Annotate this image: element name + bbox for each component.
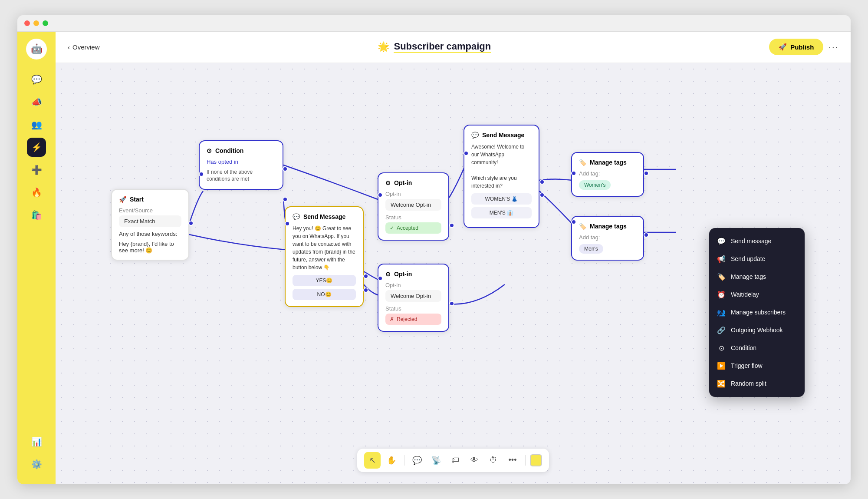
sidebar-item-chat[interactable]: 💬 [27,70,46,89]
minimize-button[interactable] [33,20,39,26]
manage-tags-bottom-node[interactable]: 🏷️ Manage tags Add tag: Men's [571,216,644,261]
more-options-button[interactable]: ··· [829,42,838,52]
add-tag-bot-label: Add tag: [579,234,636,241]
logo-icon: 🤖 [31,43,43,55]
ctx-send-message[interactable]: 💬 Send message [709,232,805,250]
sidebar-item-analytics[interactable]: 📊 [27,432,46,451]
optin-top-label: Opt-in [385,191,441,197]
manage-tags-bot-header: 🏷️ Manage tags [579,223,636,230]
close-button[interactable] [24,20,30,26]
ctx-manage-subscribers[interactable]: 👥 Manage subscribers [709,304,805,321]
mens-tag: Men's [579,244,603,254]
optin-bottom-node[interactable]: ⊙ Opt-in Opt-in Welcome Opt-in Status ✗ … [378,264,449,332]
maximize-button[interactable] [43,20,48,26]
start-node-header: 🚀 Start [119,196,181,203]
message-top-icon: 💬 [471,132,479,139]
rocket-icon: 🚀 [119,196,126,203]
status-rejected-badge: ✗ Rejected [385,314,441,325]
optin-top-node[interactable]: ⊙ Opt-in Opt-in Welcome Opt-in Status ✓ … [378,172,449,241]
settings-icon: ⚙️ [31,459,42,469]
flow-canvas[interactable]: 🚀 Start Event/Source Exact Match Any of … [56,63,851,484]
dot-condition-in [199,172,204,177]
titlebar [17,15,851,32]
send-msg-mid-text: Hey you! 😊 Great to see you on WhatsApp.… [293,225,356,271]
optin-bottom-label: Opt-in [385,282,441,288]
start-node[interactable]: 🚀 Start Event/Source Exact Match Any of … [111,189,189,261]
ctx-wait-delay-icon: ⏰ [717,291,726,299]
publish-button[interactable]: 🚀 Publish [769,39,823,55]
view-tool-button[interactable]: 👁 [466,452,483,469]
optin-bottom-icon: ⊙ [385,271,391,278]
yes-btn[interactable]: YES😊 [293,275,356,286]
color-picker[interactable] [530,454,542,466]
send-msg-top-header: 💬 Send Message [471,132,532,139]
dot-manage-top-in [571,171,576,176]
select-tool-button[interactable]: ↖ [364,452,381,469]
view-icon: 👁 [470,456,478,465]
ctx-send-message-icon: 💬 [717,237,726,245]
context-menu: 💬 Send message 📢 Send update 🏷️ Manage t… [709,228,805,397]
app-body: 🤖 💬 📣 👥 ⚡ ➕ 🔥 🛍️ [17,32,851,484]
tag-icon: 🏷 [451,456,459,465]
dot-sendmsgtop-out1 [539,179,545,185]
tag-tool-button[interactable]: 🏷 [447,452,464,469]
dot-manage-top-out [644,171,649,176]
rejected-icon: ✗ [390,316,394,322]
dot-sendmsgmid-no [363,288,368,293]
back-button[interactable]: ‹ Overview [68,43,100,51]
condition-node[interactable]: ⊙ Condition Has opted in If none of the … [199,140,283,190]
manage-tags-top-icon: 🏷️ [579,159,586,166]
accepted-icon: ✓ [390,225,394,231]
traffic-lights [24,20,48,26]
sidebar-item-contacts[interactable]: 👥 [27,115,46,134]
status-bottom-label: Status [385,305,441,312]
manage-tags-top-node[interactable]: 🏷️ Manage tags Add tag: Women's [571,152,644,197]
megaphone-icon: 📣 [31,97,42,107]
toolbar-divider-1 [404,455,404,466]
ctx-trigger-flow[interactable]: ▶️ Trigger flow [709,357,805,375]
comment-icon: 💬 [412,456,422,465]
send-message-mid-node[interactable]: 💬 Send Message Hey you! 😊 Great to see y… [285,206,364,307]
lightning-icon: 🔥 [31,187,42,198]
sidebar-item-shop[interactable]: 🛍️ [27,205,46,225]
broadcast-tool-button[interactable]: 📡 [428,452,444,469]
sidebar-item-add[interactable]: ➕ [27,160,46,179]
comment-tool-button[interactable]: 💬 [409,452,425,469]
ctx-random-split[interactable]: 🔀 Random split [709,375,805,393]
select-icon: ↖ [369,456,376,465]
dot-start-out [188,221,194,226]
hand-tool-button[interactable]: ✋ [383,452,400,469]
mens-btn[interactable]: MEN'S 👔 [471,207,532,218]
ctx-manage-tags[interactable]: 🏷️ Manage tags [709,268,805,286]
sidebar-logo[interactable]: 🤖 [26,39,47,59]
more-tools-icon: ••• [509,456,517,465]
analytics-icon: 📊 [31,436,42,447]
automation-icon: ⚡ [31,142,42,152]
sidebar-item-settings[interactable]: ⚙️ [27,455,46,474]
optin-top-header: ⊙ Opt-in [385,179,441,186]
timer-icon: ⏱ [490,456,497,465]
ctx-wait-delay[interactable]: ⏰ Wait/delay [709,286,805,304]
sidebar: 🤖 💬 📣 👥 ⚡ ➕ 🔥 🛍️ [17,32,56,484]
ctx-condition[interactable]: ⊙ Condition [709,339,805,357]
sidebar-item-megaphone[interactable]: 📣 [27,93,46,112]
no-btn[interactable]: NO😊 [293,289,356,300]
sidebar-item-lightning[interactable]: 🔥 [27,183,46,202]
condition-link[interactable]: Has opted in [207,159,276,165]
ctx-send-update[interactable]: 📢 Send update [709,250,805,268]
dot-sendmsgtop-in [464,151,469,156]
shop-icon: 🛍️ [31,210,42,220]
womens-btn[interactable]: WOMEN'S 👗 [471,193,532,205]
dot-optin-out [449,223,454,228]
more-tools-button[interactable]: ••• [504,452,521,469]
add-tag-top-label: Add tag: [579,170,636,177]
send-message-top-node[interactable]: 💬 Send Message Awesome! Welcome to our W… [464,125,539,228]
ctx-trigger-flow-icon: ▶️ [717,362,726,370]
manage-tags-top-header: 🏷️ Manage tags [579,159,636,166]
page-title: Subscriber campaign [394,41,491,53]
ctx-outgoing-webhook[interactable]: 🔗 Outgoing Webhook [709,321,805,339]
keywords-value: Hey {brand}, I'd like to see more! 😊 [119,241,181,254]
ctx-send-update-icon: 📢 [717,255,726,263]
sidebar-item-automation[interactable]: ⚡ [27,138,46,157]
timer-tool-button[interactable]: ⏱ [485,452,502,469]
